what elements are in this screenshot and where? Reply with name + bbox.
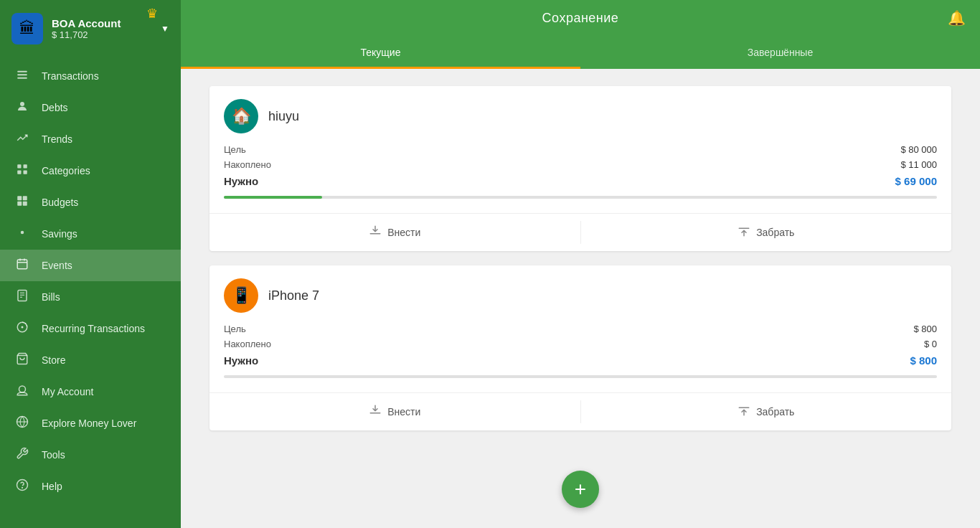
account-info: BOA Account $ 11,702 bbox=[52, 17, 152, 40]
saved-label-hiuyu: Накоплено bbox=[224, 159, 271, 170]
savings-card-hiuyu: 🏠 hiuyu Цель $ 80 000 Накоплено $ 11 000… bbox=[209, 86, 951, 251]
svg-rect-13 bbox=[17, 260, 27, 269]
withdraw-button-iphone7[interactable]: Забрать bbox=[581, 393, 952, 430]
svg-rect-2 bbox=[17, 77, 27, 79]
bills-icon bbox=[14, 289, 30, 305]
app-logo: 🏛 bbox=[11, 13, 43, 44]
needed-label-hiuyu: Нужно bbox=[224, 175, 258, 187]
myaccount-icon bbox=[14, 384, 30, 400]
svg-rect-10 bbox=[17, 202, 22, 206]
myaccount-label: My Account bbox=[42, 386, 93, 397]
deposit-icon-hiuyu bbox=[369, 225, 382, 240]
svg-point-12 bbox=[21, 231, 24, 235]
explore-label: Explore Money Lover bbox=[42, 418, 136, 429]
transactions-icon bbox=[14, 68, 30, 84]
svg-rect-6 bbox=[17, 171, 21, 174]
account-dropdown-arrow[interactable]: ▼ bbox=[161, 24, 169, 34]
card-actions-iphone7: Внести Забрать bbox=[209, 393, 951, 430]
card-row-needed-iphone7: Нужно $ 800 bbox=[224, 352, 937, 369]
transactions-label: Transactions bbox=[42, 70, 99, 82]
saved-value-hiuyu: $ 11 000 bbox=[900, 159, 937, 170]
sidebar-item-debts[interactable]: Debts bbox=[0, 92, 181, 123]
svg-rect-9 bbox=[23, 196, 27, 200]
svg-point-23 bbox=[22, 326, 23, 328]
tools-icon bbox=[14, 447, 30, 463]
progress-fill-hiuyu bbox=[224, 196, 322, 199]
card-row-saved-iphone7: Накоплено $ 0 bbox=[224, 336, 937, 352]
card-header-iphone7: 📱 iPhone 7 bbox=[209, 265, 951, 321]
explore-icon bbox=[14, 415, 30, 431]
sidebar-item-tools[interactable]: Tools bbox=[0, 439, 181, 471]
account-name: BOA Account bbox=[52, 17, 152, 29]
sidebar-item-trends[interactable]: Trends bbox=[0, 123, 181, 155]
svg-rect-7 bbox=[24, 171, 27, 174]
deposit-label-iphone7: Внести bbox=[387, 406, 420, 418]
withdraw-label-iphone7: Забрать bbox=[756, 406, 794, 418]
sidebar-item-events[interactable]: Events bbox=[0, 250, 181, 281]
sidebar-item-explore[interactable]: Explore Money Lover bbox=[0, 407, 181, 439]
events-label: Events bbox=[42, 260, 72, 271]
savings-icon bbox=[14, 226, 30, 242]
add-savings-fab[interactable]: + bbox=[562, 471, 599, 508]
sidebar-nav: Transactions Debts Trends Categories Bud… bbox=[0, 57, 181, 528]
sidebar-item-recurring[interactable]: Recurring Transactions bbox=[0, 313, 181, 344]
card-body-iphone7: Цель $ 800 Накоплено $ 0 Нужно $ 800 bbox=[209, 321, 951, 387]
withdraw-button-hiuyu[interactable]: Забрать bbox=[581, 214, 952, 251]
trends-icon bbox=[14, 131, 30, 147]
svg-point-3 bbox=[20, 102, 24, 106]
card-row-needed-hiuyu: Нужно $ 69 000 bbox=[224, 172, 937, 190]
progress-container-iphone7 bbox=[224, 375, 937, 378]
help-label: Help bbox=[42, 481, 62, 492]
page-title: Сохранение bbox=[542, 11, 619, 26]
tools-label: Tools bbox=[42, 449, 65, 461]
recurring-icon bbox=[14, 321, 30, 336]
tab-current[interactable]: Текущие bbox=[181, 36, 580, 69]
saved-value-iphone7: $ 0 bbox=[924, 339, 937, 349]
sidebar-item-myaccount[interactable]: My Account bbox=[0, 376, 181, 407]
events-icon bbox=[14, 258, 30, 273]
sidebar-item-savings[interactable]: Savings bbox=[0, 218, 181, 250]
needed-label-iphone7: Нужно bbox=[224, 354, 258, 367]
sidebar-item-transactions[interactable]: Transactions bbox=[0, 60, 181, 92]
card-row-goal-iphone7: Цель $ 800 bbox=[224, 321, 937, 336]
bills-label: Bills bbox=[42, 291, 60, 303]
card-icon-iphone7: 📱 bbox=[224, 278, 258, 313]
tab-completed[interactable]: Завершённые bbox=[580, 36, 980, 69]
budgets-label: Budgets bbox=[42, 197, 78, 208]
main-content: Сохранение 🔔 Текущие Завершённые 🏠 hiuyu… bbox=[181, 0, 980, 528]
sidebar: 🏛 BOA Account $ 11,702 ▼ ♛ Transactions … bbox=[0, 0, 181, 528]
svg-rect-11 bbox=[23, 202, 27, 206]
sidebar-item-store[interactable]: Store bbox=[0, 344, 181, 376]
svg-rect-0 bbox=[17, 71, 27, 72]
deposit-icon-iphone7 bbox=[369, 404, 382, 420]
store-label: Store bbox=[42, 354, 65, 366]
saved-label-iphone7: Накоплено bbox=[224, 339, 271, 349]
goal-label-hiuyu: Цель bbox=[224, 144, 246, 155]
debts-icon bbox=[14, 100, 30, 116]
svg-rect-1 bbox=[17, 74, 27, 75]
svg-rect-17 bbox=[18, 291, 27, 301]
tabs-row: Текущие Завершённые bbox=[181, 36, 980, 69]
sidebar-item-help[interactable]: Help bbox=[0, 471, 181, 502]
card-body-hiuyu: Цель $ 80 000 Накоплено $ 11 000 Нужно $… bbox=[209, 142, 951, 207]
savings-card-iphone7: 📱 iPhone 7 Цель $ 800 Накоплено $ 0 Нужн… bbox=[209, 265, 951, 430]
debts-label: Debts bbox=[42, 102, 68, 113]
card-title-iphone7: iPhone 7 bbox=[268, 288, 319, 303]
svg-rect-5 bbox=[24, 164, 27, 168]
trends-label: Trends bbox=[42, 133, 72, 145]
deposit-button-hiuyu[interactable]: Внести bbox=[209, 214, 580, 251]
help-icon bbox=[14, 478, 30, 494]
sidebar-item-budgets[interactable]: Budgets bbox=[0, 187, 181, 218]
sidebar-item-bills[interactable]: Bills bbox=[0, 281, 181, 313]
savings-label: Savings bbox=[42, 228, 77, 240]
account-balance: $ 11,702 bbox=[52, 29, 152, 40]
card-header-hiuyu: 🏠 hiuyu bbox=[209, 86, 951, 142]
budgets-icon bbox=[14, 194, 30, 210]
sidebar-item-categories[interactable]: Categories bbox=[0, 155, 181, 187]
deposit-button-iphone7[interactable]: Внести bbox=[209, 393, 580, 430]
card-icon-hiuyu: 🏠 bbox=[224, 99, 258, 133]
sidebar-header: 🏛 BOA Account $ 11,702 ▼ ♛ bbox=[0, 0, 181, 57]
withdraw-icon-hiuyu bbox=[738, 225, 750, 240]
bell-icon[interactable]: 🔔 bbox=[948, 9, 966, 27]
crown-icon: ♛ bbox=[146, 6, 158, 22]
